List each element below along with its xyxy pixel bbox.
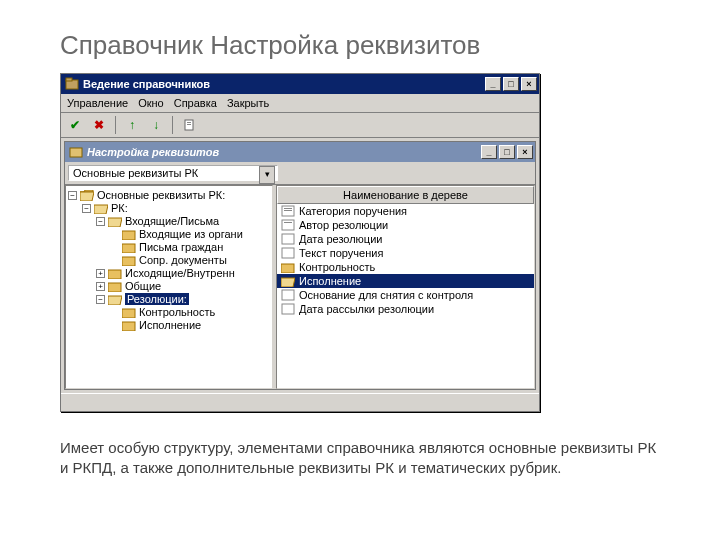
- menu-upravlenie[interactable]: Управление: [67, 97, 128, 109]
- list-item-label: Исполнение: [299, 275, 361, 287]
- tree-label: Исполнение: [139, 319, 201, 331]
- collapse-icon[interactable]: −: [96, 217, 105, 226]
- inner-close-button[interactable]: ×: [517, 145, 533, 159]
- toolbar-separator-2: [172, 116, 173, 134]
- list-header[interactable]: Наименование в дереве: [277, 186, 534, 204]
- tree-label: Контрольность: [139, 306, 215, 318]
- card-icon: [281, 233, 295, 245]
- card-icon: [281, 219, 295, 231]
- list-item-label: Основание для снятия с контроля: [299, 289, 473, 301]
- list-item[interactable]: Основание для снятия с контроля: [277, 288, 534, 302]
- svg-rect-1: [66, 78, 72, 81]
- folder-open-icon: [281, 275, 295, 287]
- tree-node-inorg[interactable]: Входящие из органи: [68, 228, 270, 240]
- folder-icon: [108, 281, 122, 292]
- svg-rect-12: [122, 257, 135, 266]
- list-item[interactable]: Дата рассылки резолюции: [277, 302, 534, 316]
- svg-rect-25: [281, 264, 294, 273]
- tree-node-rk[interactable]: − РК:: [68, 202, 270, 214]
- folder-open-icon: [94, 203, 108, 214]
- folder-open-icon: [80, 190, 94, 201]
- requisites-dropdown[interactable]: Основные реквизиты РК: [68, 165, 278, 181]
- toolbar-up-icon[interactable]: ↑: [122, 115, 142, 135]
- tree-node-resolutions[interactable]: − Резолюции:: [68, 293, 270, 305]
- list-item-selected[interactable]: Исполнение: [277, 274, 534, 288]
- collapse-icon[interactable]: −: [82, 204, 91, 213]
- svg-marker-8: [94, 205, 108, 214]
- tree-node-incoming[interactable]: − Входящие/Письма: [68, 215, 270, 227]
- tree-node-common[interactable]: + Общие: [68, 280, 270, 292]
- list-pane: Наименование в дереве Категория поручени…: [276, 185, 535, 389]
- close-button[interactable]: ×: [521, 77, 537, 91]
- svg-rect-4: [187, 124, 191, 125]
- tree-node-outgoing[interactable]: + Исходящие/Внутренн: [68, 267, 270, 279]
- list-item[interactable]: Дата резолюции: [277, 232, 534, 246]
- tree-spacer: [110, 243, 119, 252]
- list-item-label: Текст поручения: [299, 247, 383, 259]
- tree-spacer: [110, 308, 119, 317]
- menu-spravka[interactable]: Справка: [174, 97, 217, 109]
- tree-label: Резолюции:: [125, 293, 189, 305]
- menu-okno[interactable]: Окно: [138, 97, 164, 109]
- menu-zakryt[interactable]: Закрыть: [227, 97, 269, 109]
- toolbar-cancel-icon[interactable]: ✖: [89, 115, 109, 135]
- tree-node-execution[interactable]: Исполнение: [68, 319, 270, 331]
- list-item-label: Дата рассылки резолюции: [299, 303, 434, 315]
- tree-node-root[interactable]: − Основные реквизиты РК:: [68, 189, 270, 201]
- svg-rect-16: [122, 309, 135, 318]
- inner-titlebar[interactable]: Настройка реквизитов _ □ ×: [65, 142, 535, 162]
- svg-rect-24: [282, 248, 294, 258]
- outer-titlebar[interactable]: Ведение справочников _ □ ×: [61, 74, 539, 94]
- tree-label: Письма граждан: [139, 241, 223, 253]
- toolbar: ✔ ✖ ↑ ↓: [61, 113, 539, 138]
- expand-icon[interactable]: +: [96, 282, 105, 291]
- inner-maximize-button[interactable]: □: [499, 145, 515, 159]
- tree-node-control[interactable]: Контрольность: [68, 306, 270, 318]
- folder-icon: [122, 255, 136, 266]
- svg-marker-26: [281, 278, 295, 287]
- collapse-icon[interactable]: −: [96, 295, 105, 304]
- maximize-button[interactable]: □: [503, 77, 519, 91]
- folder-icon: [122, 229, 136, 240]
- card-icon: [281, 289, 295, 301]
- svg-rect-3: [187, 122, 191, 123]
- list-item[interactable]: Текст поручения: [277, 246, 534, 260]
- tree-node-letters[interactable]: Письма граждан: [68, 241, 270, 253]
- svg-marker-15: [108, 296, 122, 305]
- svg-rect-14: [108, 283, 121, 292]
- tree-label: Сопр. документы: [139, 254, 227, 266]
- folder-icon: [122, 307, 136, 318]
- list-body[interactable]: Категория поручения Автор резолюции Дата…: [277, 204, 534, 388]
- toolbar-info-icon[interactable]: [179, 115, 199, 135]
- tree-spacer: [110, 256, 119, 265]
- slide-caption: Имеет особую структуру, элементами справ…: [60, 438, 660, 479]
- tree-label: Входящие/Письма: [125, 215, 219, 227]
- tree-pane[interactable]: − Основные реквизиты РК: − РК: − Входящи…: [65, 185, 273, 389]
- toolbar-check-icon[interactable]: ✔: [65, 115, 85, 135]
- tree-label: Основные реквизиты РК:: [97, 189, 225, 201]
- collapse-icon[interactable]: −: [68, 191, 77, 200]
- folder-icon: [108, 268, 122, 279]
- svg-marker-7: [80, 192, 94, 201]
- list-item-label: Дата резолюции: [299, 233, 382, 245]
- expand-icon[interactable]: +: [96, 269, 105, 278]
- window-outer: Ведение справочников _ □ × Управление Ок…: [60, 73, 540, 412]
- split-area: − Основные реквизиты РК: − РК: − Входящи…: [65, 184, 535, 389]
- svg-rect-11: [122, 244, 135, 253]
- list-item[interactable]: Контрольность: [277, 260, 534, 274]
- list-item-label: Автор резолюции: [299, 219, 388, 231]
- card-icon: [281, 205, 295, 217]
- folder-icon: [122, 320, 136, 331]
- inner-minimize-button[interactable]: _: [481, 145, 497, 159]
- inner-app-icon: [69, 145, 83, 159]
- tree-spacer: [110, 321, 119, 330]
- svg-rect-5: [70, 148, 82, 157]
- list-item[interactable]: Категория поручения: [277, 204, 534, 218]
- tree-label: Общие: [125, 280, 161, 292]
- list-item[interactable]: Автор резолюции: [277, 218, 534, 232]
- svg-rect-21: [282, 220, 294, 230]
- minimize-button[interactable]: _: [485, 77, 501, 91]
- toolbar-down-icon[interactable]: ↓: [146, 115, 166, 135]
- tree-label: Исходящие/Внутренн: [125, 267, 235, 279]
- tree-node-sopr[interactable]: Сопр. документы: [68, 254, 270, 266]
